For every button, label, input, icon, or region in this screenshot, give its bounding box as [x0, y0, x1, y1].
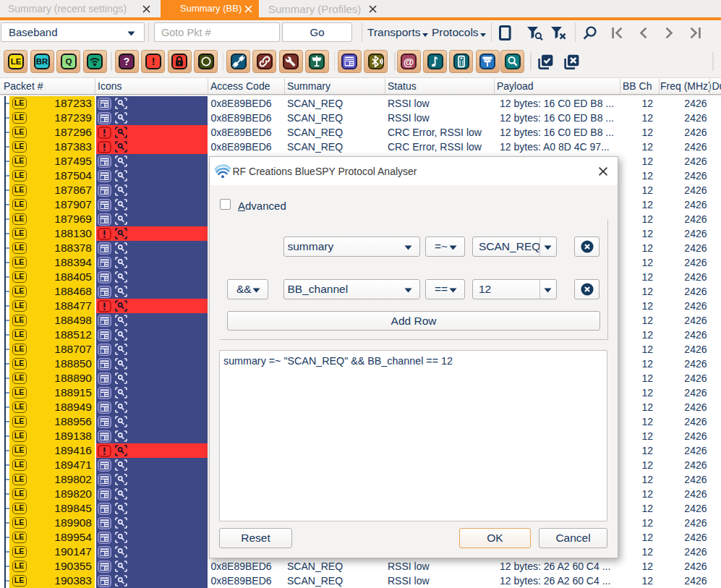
svg-text:?: ?: [124, 56, 130, 67]
svg-text:BR: BR: [36, 57, 48, 66]
svg-text:Q: Q: [65, 57, 72, 66]
svg-text:!: !: [151, 56, 155, 67]
svg-text:LE: LE: [10, 57, 21, 66]
svg-text:@: @: [404, 56, 414, 68]
